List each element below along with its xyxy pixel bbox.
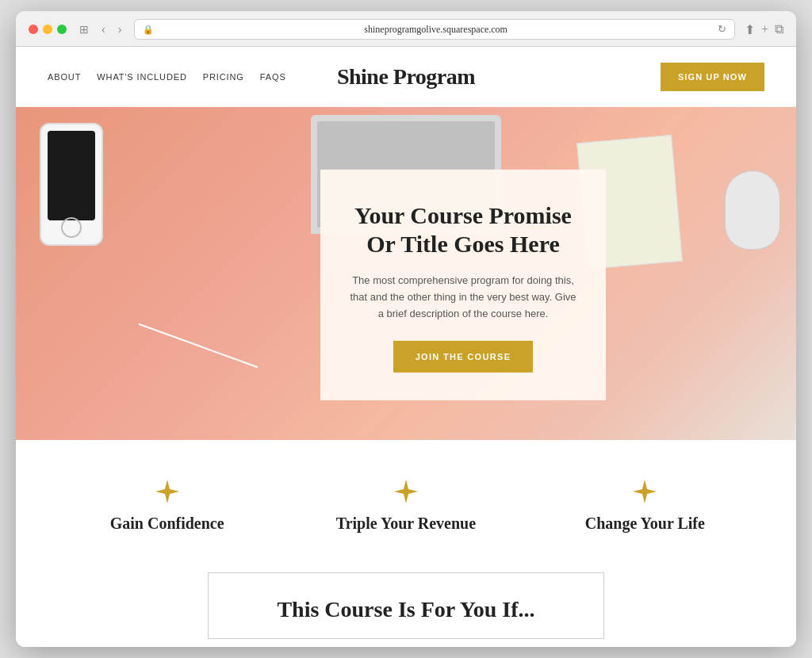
feature-item-confidence: Gain Confidence [64, 480, 270, 533]
browser-window: ⊞ ‹ › 🔒 shineprogramgolive.squarespace.c… [16, 11, 796, 647]
hero-earbuds-decoration [135, 297, 262, 392]
signup-button[interactable]: SIGN UP NOW [661, 63, 764, 91]
address-url: shineprogramgolive.squarespace.com [159, 24, 713, 36]
back-button[interactable]: ‹ [98, 21, 109, 37]
hero-phone-decoration [40, 123, 103, 246]
svg-marker-0 [155, 480, 179, 503]
star-icon-1 [155, 480, 179, 503]
features-section: Gain Confidence Triple Your Revenue Chan… [16, 440, 796, 557]
browser-dots [29, 25, 67, 34]
svg-marker-1 [394, 480, 418, 503]
nav-link-about[interactable]: ABOUT [48, 72, 81, 82]
nav-link-pricing[interactable]: PRICING [203, 72, 244, 82]
share-icon[interactable]: ⬆ [745, 22, 755, 37]
dot-maximize[interactable] [57, 25, 67, 34]
refresh-icon[interactable]: ↻ [718, 23, 726, 36]
new-tab-icon[interactable]: + [761, 22, 768, 36]
lock-icon: 🔒 [143, 25, 154, 35]
hero-section: Your Course Promise Or Title Goes Here T… [16, 107, 796, 440]
nav-link-faqs[interactable]: FAQS [260, 72, 286, 82]
course-for-you-title: This Course Is For You If... [240, 597, 572, 622]
address-bar[interactable]: 🔒 shineprogramgolive.squarespace.com ↻ [134, 19, 735, 40]
browser-actions: ⬆ + ⧉ [745, 22, 783, 37]
course-for-you-box: This Course Is For You If... [208, 572, 604, 639]
hero-card-subtitle: The most comprehensive program for doing… [348, 273, 578, 322]
feature-label-3: Change Your Life [585, 515, 705, 532]
feature-label-2: Triple Your Revenue [336, 515, 476, 532]
tabs-icon[interactable]: ⧉ [775, 22, 783, 36]
feature-item-revenue: Triple Your Revenue [303, 480, 509, 533]
browser-chrome: ⊞ ‹ › 🔒 shineprogramgolive.squarespace.c… [16, 11, 796, 47]
dot-minimize[interactable] [43, 25, 52, 34]
feature-item-life: Change Your Life [542, 480, 748, 533]
forward-button[interactable]: › [115, 21, 125, 37]
join-course-button[interactable]: JOIN THE COURSE [393, 341, 534, 373]
window-grid-button[interactable]: ⊞ [76, 21, 92, 37]
nav-link-whats-included[interactable]: WHAT'S INCLUDED [97, 72, 187, 82]
svg-marker-2 [633, 480, 657, 503]
feature-label-1: Gain Confidence [110, 515, 224, 532]
site-title: Shine Program [337, 64, 475, 90]
navbar: ABOUT WHAT'S INCLUDED PRICING FAQS Shine… [16, 47, 796, 107]
star-icon-2 [394, 480, 418, 503]
hero-card-title: Your Course Promise Or Title Goes Here [348, 201, 578, 258]
page-content: ABOUT WHAT'S INCLUDED PRICING FAQS Shine… [16, 47, 796, 647]
star-icon-3 [633, 480, 657, 503]
dot-close[interactable] [29, 25, 38, 34]
hero-card: Your Course Promise Or Title Goes Here T… [320, 170, 606, 400]
nav-links: ABOUT WHAT'S INCLUDED PRICING FAQS [48, 72, 286, 82]
browser-controls: ⊞ ‹ › [76, 21, 124, 37]
course-for-you-section: This Course Is For You If... [16, 557, 796, 647]
hero-mouse-decoration [725, 170, 780, 250]
